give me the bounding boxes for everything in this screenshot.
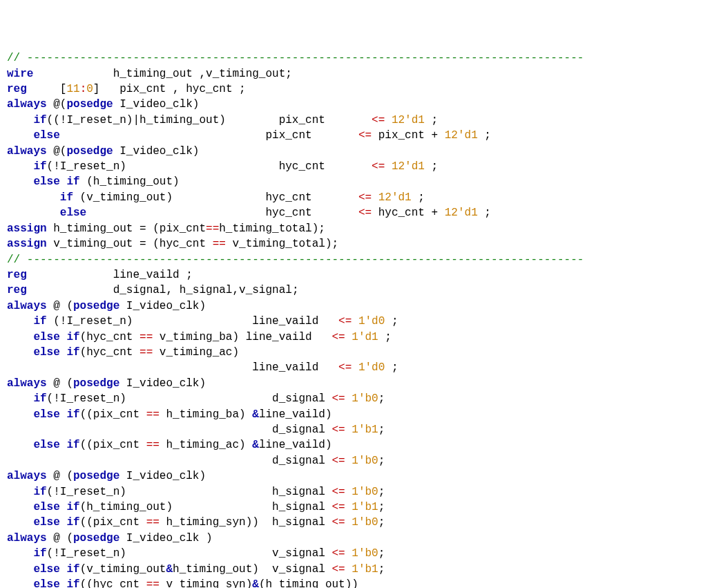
code-token: (v_timing_out [80, 563, 166, 576]
code-line: reg [11:0] pix_cnt , hyc_cnt ; [7, 82, 714, 97]
code-token: & [252, 578, 259, 588]
code-token: v_timing_ac) [153, 346, 239, 359]
code-token: else if [33, 563, 79, 576]
code-token: <= [372, 160, 385, 173]
code-token: I_video_clk ) [119, 532, 212, 544]
code-token: ; [378, 547, 385, 560]
code-line: else if(h_timing_out) h_signal <= 1'b1; [7, 500, 714, 515]
code-line: line_vaild <= 1'd0 ; [7, 360, 714, 375]
code-token [7, 114, 33, 126]
code-token: (!I_reset_n) d_signal [47, 392, 332, 405]
code-token [7, 160, 33, 173]
code-token: ((!I_reset_n)|h_timing_out) pix_cnt [47, 114, 372, 126]
code-token [385, 114, 392, 126]
code-token: <= [331, 392, 345, 405]
code-line: wire h_timing_out ,v_timing_out; [7, 66, 714, 82]
code-block: // -------------------------------------… [7, 50, 714, 588]
code-token: h_timing_out) v_signal [173, 563, 331, 576]
code-token: d_signal [7, 455, 331, 467]
code-token: else if [33, 408, 79, 421]
code-token: h_timing_ac) [160, 439, 252, 451]
code-token: hyc_cnt [86, 207, 358, 219]
code-token: line_vaild ; [27, 269, 193, 281]
code-token: 12'd1 [392, 160, 425, 173]
code-token [345, 547, 352, 560]
code-token: <= [331, 516, 345, 529]
code-token [7, 547, 33, 560]
code-token: @( [47, 145, 67, 158]
code-token: : [80, 83, 87, 95]
code-token: line_vaild [7, 361, 338, 374]
code-token [7, 331, 33, 343]
code-token [345, 563, 352, 576]
code-token: (h_timing_out)) [259, 578, 358, 588]
code-token: == [146, 578, 160, 588]
code-token: <= [338, 361, 352, 374]
code-token: == [140, 331, 153, 343]
code-token [7, 191, 60, 204]
code-line: assign h_timing_out = (pix_cnt==h_timing… [7, 221, 714, 236]
code-token: assign [7, 222, 47, 235]
code-line: else hyc_cnt <= hyc_cnt + 12'd1 ; [7, 205, 714, 220]
code-token: <= [331, 455, 345, 467]
code-token: if [33, 486, 46, 498]
code-token: v_timing_total); [226, 238, 338, 250]
code-token: ((pix_cnt [80, 516, 146, 529]
code-line: always @ (posedge I_video_clk) [7, 298, 714, 314]
code-token: // -------------------------------------… [7, 52, 584, 64]
code-token: ; [378, 486, 385, 498]
code-token [345, 486, 352, 498]
code-line: reg d_signal, h_signal,v_signal; [7, 283, 714, 298]
code-token: @ ( [47, 470, 73, 482]
code-token: 1'b1 [352, 501, 378, 513]
code-token: posedge [73, 532, 119, 544]
code-token: <= [358, 129, 372, 142]
code-token: ((hyc_cnt [80, 578, 146, 588]
code-token: == [206, 222, 219, 235]
code-token: h_timing_out = (pix_cnt [47, 222, 206, 235]
code-token: <= [331, 547, 345, 560]
code-token [345, 392, 352, 405]
code-token: posedge [66, 145, 113, 158]
code-token [7, 129, 33, 142]
code-token [7, 516, 33, 529]
code-token: 1'd1 [352, 331, 378, 343]
code-line: else if(hyc_cnt == v_timing_ba) line_vai… [7, 330, 714, 345]
code-token: 12'd1 [445, 207, 478, 219]
code-line: else if((pix_cnt == h_timing_ac) &line_v… [7, 437, 714, 453]
code-token: [ [27, 83, 67, 95]
code-token [7, 578, 33, 588]
code-line: else if(v_timing_out&h_timing_out) v_sig… [7, 562, 714, 577]
code-token: @ ( [47, 532, 73, 544]
code-token: wire [7, 68, 33, 80]
code-token: line_vaild) [259, 439, 332, 451]
code-token: (h_timing_out) h_signal [80, 501, 332, 513]
code-token: posedge [66, 98, 113, 111]
code-token: (!I_reset_n) hyc_cnt [47, 160, 372, 173]
code-token: ; [478, 129, 491, 142]
code-token [7, 563, 33, 576]
code-token: 1'b0 [352, 486, 378, 498]
code-token: d_signal [7, 424, 331, 436]
code-token: else if [33, 176, 79, 188]
code-token: v_timing_syn) [160, 578, 252, 588]
code-token: <= [331, 424, 345, 436]
code-token [385, 160, 392, 173]
code-token: always [7, 532, 47, 544]
code-token: ; [425, 114, 438, 126]
code-token: 11 [66, 83, 79, 95]
code-token: ; [378, 563, 385, 576]
code-token: 0 [86, 83, 93, 95]
code-token: else if [33, 578, 79, 588]
code-line: always @ (posedge I_video_clk) [7, 376, 714, 391]
code-token: <= [358, 191, 372, 204]
code-token: 12'd1 [445, 129, 478, 142]
code-line: if (!I_reset_n) line_vaild <= 1'd0 ; [7, 314, 714, 329]
code-token [352, 361, 358, 374]
code-token: I_video_clk) [113, 145, 200, 158]
code-token: assign [7, 238, 47, 250]
code-token: 1'd0 [358, 361, 385, 374]
code-token: pix_cnt [60, 129, 358, 142]
code-token: ; [378, 455, 385, 467]
code-token: else [33, 129, 59, 142]
